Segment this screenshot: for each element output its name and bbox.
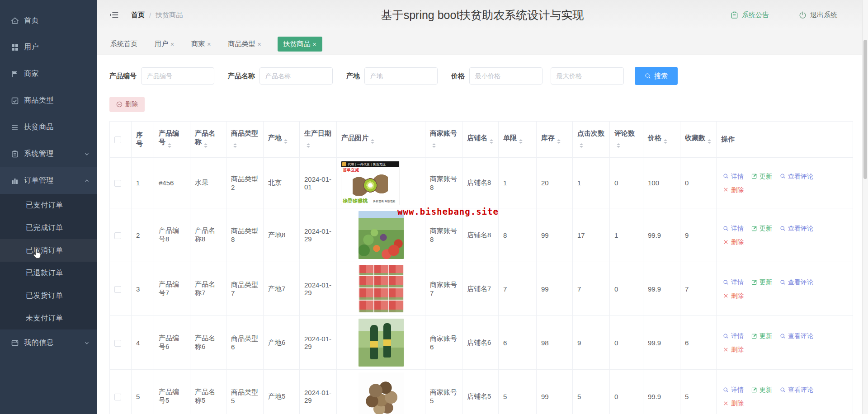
- column-header-1[interactable]: 产品编号: [154, 122, 190, 158]
- tab-4[interactable]: 扶贫商品×: [278, 37, 322, 52]
- row-checkbox[interactable]: [114, 340, 121, 347]
- column-header-7[interactable]: 商家账号: [425, 122, 462, 158]
- sidebar-item-my-info[interactable]: 我的信息: [0, 329, 97, 356]
- tab-close-icon[interactable]: ×: [313, 41, 316, 47]
- delete-link[interactable]: 删除: [723, 289, 744, 302]
- detail-link[interactable]: 详情: [723, 275, 744, 289]
- sort-icon[interactable]: [490, 137, 493, 146]
- sidebar-item-merchants[interactable]: 商家: [0, 61, 97, 87]
- batch-delete-button[interactable]: 删除: [109, 97, 145, 112]
- filter-input-price-min[interactable]: [469, 67, 542, 85]
- breadcrumb-separator: /: [149, 11, 151, 19]
- sidebar-subitem-2[interactable]: 已取消订单: [0, 239, 97, 262]
- sort-icon[interactable]: [519, 137, 523, 146]
- update-link[interactable]: 更新: [751, 221, 772, 235]
- cell-favorites: 0: [680, 158, 717, 208]
- delete-link[interactable]: 删除: [723, 343, 744, 356]
- filter-input-price-max[interactable]: [551, 67, 624, 85]
- column-header-11[interactable]: 点击次数: [573, 122, 610, 158]
- column-header-14[interactable]: 收藏数: [680, 122, 717, 158]
- filter-input-1[interactable]: [259, 67, 333, 85]
- sidebar-item-label: 订单管理: [24, 176, 84, 185]
- column-header-12[interactable]: 评论数: [610, 122, 643, 158]
- image-caption: 徐香猕猴桃: [343, 198, 368, 204]
- sort-icon[interactable]: [168, 141, 171, 150]
- logout-button[interactable]: 退出系统: [799, 11, 837, 19]
- sort-icon[interactable]: [432, 141, 436, 150]
- scrollbar-thumb[interactable]: [863, 40, 867, 179]
- view-comments-link[interactable]: 查看评论: [780, 383, 813, 396]
- delete-link[interactable]: 删除: [723, 396, 744, 410]
- cell-type: 商品类型2: [226, 158, 264, 208]
- sidebar-item-order-manage[interactable]: 订单管理: [0, 167, 97, 194]
- column-header-5[interactable]: 生产日期: [300, 122, 337, 158]
- view-comments-link[interactable]: 查看评论: [780, 169, 813, 183]
- sort-icon[interactable]: [371, 137, 374, 146]
- update-link[interactable]: 更新: [751, 383, 772, 396]
- row-checkbox[interactable]: [114, 394, 121, 400]
- column-header-13[interactable]: 价格: [643, 122, 680, 158]
- vertical-scrollbar[interactable]: [862, 0, 868, 414]
- column-header-8[interactable]: 店铺名: [462, 122, 499, 158]
- sidebar-item-users[interactable]: 用户: [0, 34, 97, 61]
- sort-icon[interactable]: [233, 141, 237, 150]
- tab-close-icon[interactable]: ×: [170, 41, 174, 47]
- update-link[interactable]: 更新: [751, 169, 772, 183]
- sort-icon[interactable]: [580, 141, 583, 150]
- tab-0[interactable]: 系统首页: [109, 37, 138, 52]
- sidebar-item-system-manage[interactable]: 系统管理: [0, 141, 97, 167]
- sidebar-item-product-types[interactable]: 商品类型: [0, 87, 97, 114]
- row-checkbox[interactable]: [114, 286, 121, 293]
- sort-icon[interactable]: [204, 141, 208, 150]
- tab-close-icon[interactable]: ×: [207, 41, 211, 47]
- column-header-9[interactable]: 单限: [499, 122, 537, 158]
- detail-link[interactable]: 详情: [723, 383, 744, 396]
- detail-link[interactable]: 详情: [723, 169, 744, 183]
- filter-input-0[interactable]: [141, 67, 214, 85]
- tab-2[interactable]: 商家×: [190, 37, 212, 52]
- row-checkbox[interactable]: [114, 180, 121, 187]
- delete-link[interactable]: 删除: [723, 235, 744, 249]
- product-image-bottles: [359, 319, 404, 367]
- cell-actions: 详情更新查看评论删除: [717, 370, 853, 414]
- row-checkbox[interactable]: [114, 232, 121, 239]
- sidebar-subitem-5[interactable]: 未支付订单: [0, 307, 97, 329]
- sort-icon[interactable]: [307, 141, 310, 150]
- sidebar-item-poverty-products[interactable]: 扶贫商品: [0, 114, 97, 141]
- sort-icon[interactable]: [664, 137, 667, 146]
- sidebar-subitem-3[interactable]: 已退款订单: [0, 262, 97, 284]
- column-header-4[interactable]: 产地: [264, 122, 300, 158]
- detail-link[interactable]: 详情: [723, 221, 744, 235]
- tab-close-icon[interactable]: ×: [257, 41, 261, 47]
- search-button[interactable]: 搜索: [635, 67, 678, 85]
- sort-icon[interactable]: [708, 137, 711, 146]
- view-comments-link[interactable]: 查看评论: [780, 275, 813, 289]
- tab-1[interactable]: 用户×: [154, 37, 175, 52]
- sidebar-subitem-4[interactable]: 已发货订单: [0, 284, 97, 307]
- sort-icon[interactable]: [617, 141, 620, 150]
- system-announcement-button[interactable]: 系统公告: [731, 11, 769, 19]
- column-header-6[interactable]: 产品图片: [337, 122, 425, 158]
- view-comments-link[interactable]: 查看评论: [780, 221, 813, 235]
- update-link[interactable]: 更新: [751, 275, 772, 289]
- detail-link[interactable]: 详情: [723, 329, 744, 343]
- filter-input-2[interactable]: [364, 67, 438, 85]
- tab-3[interactable]: 商品类型×: [227, 37, 262, 52]
- column-header-10[interactable]: 库存: [537, 122, 573, 158]
- delete-link[interactable]: 删除: [723, 183, 744, 197]
- view-comments-link[interactable]: 查看评论: [780, 329, 813, 343]
- sidebar-item-home[interactable]: 首页: [0, 7, 97, 34]
- top-header: 首页 / 扶贫商品 基于spring boot扶贫助农系统设计与实现 系统公告 …: [97, 0, 868, 30]
- sort-icon[interactable]: [557, 137, 561, 146]
- update-link[interactable]: 更新: [751, 329, 772, 343]
- sidebar-subitem-1[interactable]: 已完成订单: [0, 216, 97, 239]
- breadcrumb-home[interactable]: 首页: [131, 11, 145, 19]
- search-filter-row: 产品编号产品名称产地价格搜索: [109, 67, 855, 85]
- column-header-3[interactable]: 商品类型: [226, 122, 264, 158]
- select-all-checkbox[interactable]: [114, 136, 121, 143]
- sort-icon[interactable]: [284, 137, 288, 146]
- sidebar-subitem-0[interactable]: 已支付订单: [0, 194, 97, 216]
- tab-label: 商家: [191, 40, 205, 48]
- column-header-2[interactable]: 产品名称: [190, 122, 226, 158]
- collapse-menu-icon[interactable]: [109, 10, 119, 20]
